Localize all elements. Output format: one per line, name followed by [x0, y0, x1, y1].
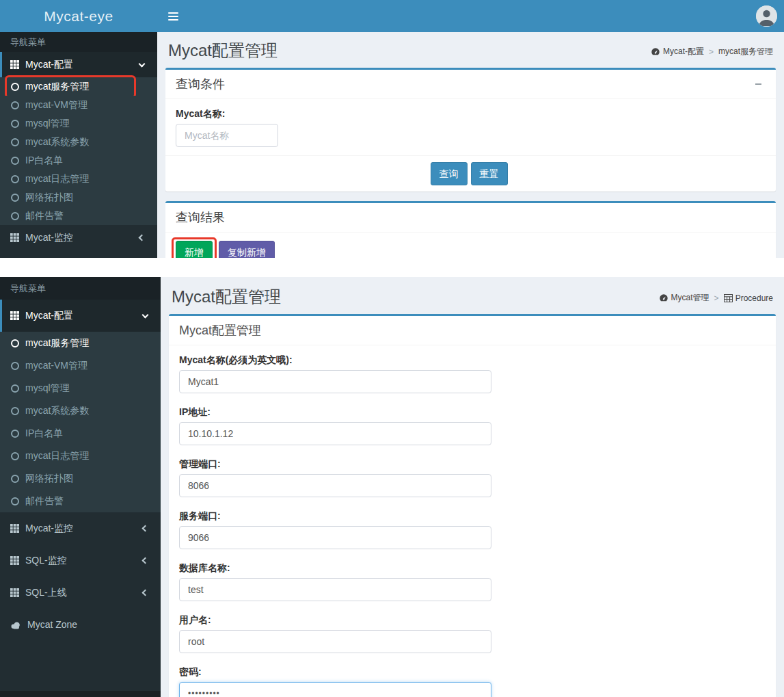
grid-icon [10, 311, 19, 320]
sidebar-item-sql-monitor[interactable]: SQL-监控 [0, 544, 161, 577]
sidebar-item-ip-whitelist[interactable]: IP白名单 [0, 422, 161, 445]
page: Mycat-eye 导航菜单Mycat-配置mycat服务管理mycat-VM管… [0, 0, 784, 697]
sidebar-item-mycat-config[interactable]: Mycat-配置 [0, 52, 157, 77]
sidebar-item-network-topology[interactable]: 网络拓扑图 [0, 467, 161, 490]
cloud-icon [10, 621, 21, 629]
grid-icon [10, 588, 19, 597]
add-button-wrapper: 新增 [176, 241, 213, 258]
sidebar-item-label: SQL-上线 [25, 586, 67, 600]
sidebar-item-label: mycat日志管理 [25, 173, 89, 185]
avatar-image [756, 5, 777, 27]
database-name-input[interactable] [179, 578, 491, 601]
sidebar-section-header: 导航菜单 [0, 32, 157, 52]
result-panel-title: 查询结果 [176, 210, 225, 225]
config-form-panel: Mycat配置管理 Mycat名称(必须为英文哦):IP地址:管理端口:服务端口… [169, 314, 776, 697]
breadcrumb-separator: > [709, 47, 714, 57]
main-content: Mycat配置管理 Mycat-配置>mycat服务管理 查询条件 Mycat名… [157, 32, 784, 258]
add-button[interactable]: 新增 [176, 241, 213, 258]
sidebar-item-label: Mycat-监控 [25, 231, 73, 244]
search-panel-title: 查询条件 [176, 77, 225, 92]
breadcrumb-mycat-service-mgmt: mycat服务管理 [718, 46, 773, 57]
sidebar-item-mycat-log-mgmt[interactable]: mycat日志管理 [0, 445, 161, 467]
sidebar-item-mail-alert[interactable]: 邮件告警 [0, 207, 157, 225]
main-content: Mycat配置管理 Mycat管理>Procedure Mycat配置管理 My… [161, 277, 784, 697]
app-logo[interactable]: Mycat-eye [0, 0, 157, 32]
sidebar-item-label: IP白名单 [25, 428, 63, 439]
circle-o-icon [11, 194, 19, 202]
sidebar-item-label: 网络拓扑图 [25, 473, 73, 484]
ip-address-input-group: IP地址: [179, 406, 766, 445]
form-panel-title: Mycat配置管理 [179, 323, 261, 338]
breadcrumb-mycat-mgmt[interactable]: Mycat管理 [659, 292, 709, 304]
mycat-name-input-group: Mycat名称(必须为英文哦): [179, 354, 766, 393]
sidebar-item-ip-whitelist[interactable]: IP白名单 [0, 151, 157, 170]
admin-port-input[interactable] [179, 474, 491, 497]
sidebar-item-sql-online[interactable]: SQL-上线 [0, 577, 161, 609]
circle-o-icon [11, 157, 19, 165]
mycat-name-input[interactable] [179, 370, 491, 393]
sidebar-item-mycat-vm-mgmt[interactable]: mycat-VM管理 [0, 354, 161, 377]
sidebar-item-mycat-zone[interactable]: Mycat Zone [0, 609, 161, 641]
grid-icon [10, 60, 19, 69]
sidebar-item-mycat-log-mgmt[interactable]: mycat日志管理 [0, 170, 157, 188]
config-form: Mycat名称(必须为英文哦):IP地址:管理端口:服务端口:数据库名称:用户名… [169, 345, 776, 697]
breadcrumb-mycat-config[interactable]: Mycat-配置 [651, 46, 704, 57]
password-input-group: 密码: [179, 666, 766, 697]
sidebar-toggle-button[interactable] [157, 0, 189, 32]
sidebar-item-mycat-system-params[interactable]: mycat系统参数 [0, 399, 161, 422]
copy-add-button[interactable]: 复制新增 [219, 241, 275, 258]
sidebar-item-label: mycat服务管理 [25, 337, 89, 349]
sidebar-item-mysql-mgmt[interactable]: mysql管理 [0, 377, 161, 399]
service-port-input[interactable] [179, 526, 491, 549]
sidebar-item-label: SQL-监控 [25, 553, 67, 568]
chevron-down-icon [142, 311, 149, 318]
chevron-down-icon [139, 60, 146, 67]
circle-o-icon [11, 384, 19, 393]
reset-button[interactable]: 重置 [471, 162, 508, 185]
service-port-input-label: 服务端口: [179, 510, 766, 523]
page-title: Mycat配置管理 [172, 287, 281, 307]
chevron-left-icon [142, 590, 149, 596]
screenshot-bottom: 导航菜单Mycat-配置mycat服务管理mycat-VM管理mysql管理my… [0, 277, 784, 697]
ip-address-input[interactable] [179, 422, 491, 445]
password-input[interactable] [179, 682, 491, 697]
sidebar-item-label: mycat服务管理 [25, 81, 89, 92]
password-input-label: 密码: [179, 666, 766, 679]
sidebar-item-mycat-monitor[interactable]: Mycat-监控 [0, 225, 157, 250]
sidebar-item-mycat-monitor[interactable]: Mycat-监控 [0, 512, 161, 544]
service-port-input-group: 服务端口: [179, 510, 766, 549]
sidebar-item-mycat-config[interactable]: Mycat-配置 [0, 300, 161, 332]
circle-o-icon [11, 452, 19, 460]
sidebar-item-mycat-vm-mgmt[interactable]: mycat-VM管理 [0, 96, 157, 114]
admin-port-input-label: 管理端口: [179, 458, 766, 471]
chevron-left-icon [142, 557, 149, 564]
circle-o-icon [11, 497, 19, 505]
sidebar-item-mycat-service-mgmt[interactable]: mycat服务管理 [0, 77, 157, 96]
user-avatar[interactable] [756, 5, 777, 27]
breadcrumb-label: Procedure [735, 293, 773, 303]
sidebar-item-mycat-service-mgmt[interactable]: mycat服务管理 [0, 332, 161, 354]
database-name-input-group: 数据库名称: [179, 562, 766, 601]
dashboard-icon [651, 47, 660, 56]
table-icon [724, 294, 733, 302]
grid-icon [10, 556, 19, 565]
breadcrumb: Mycat-配置>mycat服务管理 [651, 46, 773, 57]
query-button[interactable]: 查询 [431, 162, 468, 185]
username-input-label: 用户名: [179, 614, 766, 627]
sidebar-item-mysql-mgmt[interactable]: mysql管理 [0, 114, 157, 133]
breadcrumb-separator: > [714, 293, 719, 303]
sidebar-item-network-topology[interactable]: 网络拓扑图 [0, 188, 157, 207]
sidebar-item-label: mysql管理 [25, 382, 70, 394]
sidebar-item-label: mycat系统参数 [25, 136, 89, 148]
sidebar-item-mail-alert[interactable]: 邮件告警 [0, 490, 161, 512]
username-input[interactable] [179, 630, 491, 653]
sidebar-item-mycat-system-params[interactable]: mycat系统参数 [0, 133, 157, 151]
top-navbar: Mycat-eye [0, 0, 784, 32]
collapse-minus-icon[interactable] [751, 78, 766, 90]
mycat-name-search-input[interactable] [176, 124, 278, 147]
sidebar-item-label: mycat-VM管理 [25, 99, 87, 111]
circle-o-icon [11, 362, 19, 370]
grid-icon [10, 524, 19, 533]
ip-address-input-label: IP地址: [179, 406, 766, 419]
result-panel: 查询结果 新增复制新增 [165, 201, 776, 258]
